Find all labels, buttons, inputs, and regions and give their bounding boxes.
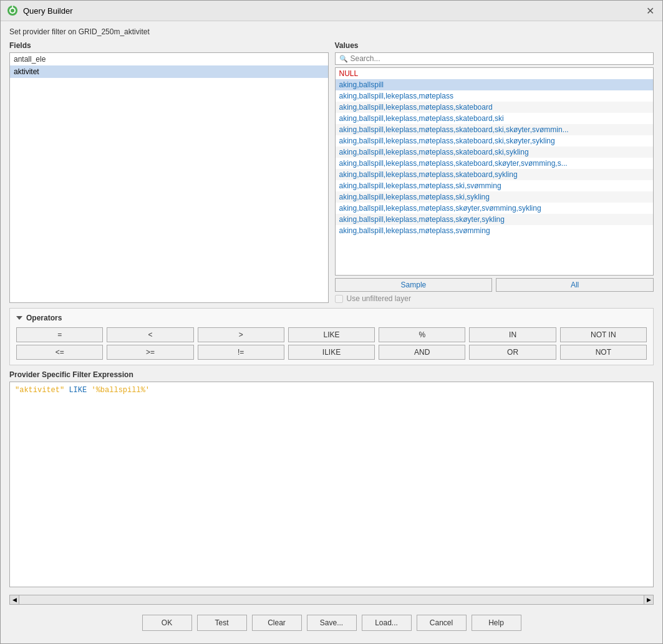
expr-value: '%ballspill%' (91, 386, 150, 395)
close-button[interactable]: ✕ (644, 4, 656, 17)
op-not[interactable]: NOT (560, 345, 647, 360)
values-list[interactable]: NULL aking,ballspill aking,ballspill,lek… (335, 67, 654, 276)
expression-section: Provider Specific Filter Expression "akt… (9, 370, 654, 587)
field-item[interactable]: antall_ele (10, 53, 328, 65)
clear-button[interactable]: Clear (252, 615, 302, 631)
h-scroll-right-arrow[interactable]: ▶ (644, 595, 654, 605)
search-icon: 🔍 (339, 55, 348, 63)
value-item[interactable]: aking,ballspill,lekeplass,møteplass,skat… (336, 158, 654, 169)
dialog-body: Set provider filter on GRID_250m_aktivit… (1, 21, 662, 643)
ok-button[interactable]: OK (142, 615, 192, 631)
op-and[interactable]: AND (379, 345, 465, 360)
query-builder-dialog: Query Builder ✕ Set provider filter on G… (0, 0, 663, 644)
value-item[interactable]: aking,ballspill,lekeplass,møteplass (336, 90, 654, 102)
test-button[interactable]: Test (197, 615, 247, 631)
value-item[interactable]: aking,ballspill,lekeplass,møteplass,skat… (336, 113, 654, 124)
value-item-null[interactable]: NULL (336, 68, 654, 79)
value-item[interactable]: aking,ballspill,lekeplass,møteplass,skøy… (336, 214, 654, 225)
expr-field: "aktivitet" (15, 386, 64, 395)
expr-keyword: LIKE (64, 386, 91, 395)
value-item[interactable]: aking,ballspill,lekeplass,møteplass,skat… (336, 124, 654, 135)
fields-panel: Fields antall_ele aktivitet (9, 41, 329, 303)
collapse-icon (16, 316, 22, 320)
operators-label: Operators (26, 314, 62, 322)
h-scrollbar: ◀ ▶ (9, 595, 654, 605)
title-bar: Query Builder ✕ (1, 1, 662, 21)
h-scroll-left-arrow[interactable]: ◀ (9, 595, 19, 605)
h-scroll-track[interactable] (19, 595, 644, 605)
op-less[interactable]: < (107, 327, 193, 342)
operators-row-1: = < > LIKE % IN NOT IN (16, 327, 647, 342)
title-bar-left: Query Builder (7, 5, 72, 16)
all-button[interactable]: All (496, 278, 654, 292)
op-in[interactable]: IN (469, 327, 556, 342)
op-gte[interactable]: >= (107, 345, 193, 360)
field-item[interactable]: aktivitet (10, 65, 328, 78)
value-item[interactable]: aking,ballspill,lekeplass,møteplass,skat… (336, 135, 654, 147)
op-or[interactable]: OR (469, 345, 556, 360)
op-equals[interactable]: = (16, 327, 103, 342)
operators-section: Operators = < > LIKE % IN NOT IN <= >= !… (9, 308, 654, 365)
expression-label: Provider Specific Filter Expression (9, 370, 654, 379)
op-greater[interactable]: > (198, 327, 284, 342)
operators-row-2: <= >= != ILIKE AND OR NOT (16, 345, 647, 360)
op-lte[interactable]: <= (16, 345, 103, 360)
app-icon (7, 5, 18, 16)
load-button[interactable]: Load... (362, 615, 412, 631)
search-input[interactable] (351, 54, 650, 63)
unfiltered-checkbox[interactable] (335, 295, 343, 303)
op-like[interactable]: LIKE (288, 327, 375, 342)
value-item[interactable]: aking,ballspill,lekeplass,møteplass,ski,… (336, 191, 654, 203)
operators-header[interactable]: Operators (16, 314, 647, 322)
top-panels: Fields antall_ele aktivitet Values 🔍 NUL… (9, 41, 654, 303)
bottom-buttons: OK Test Clear Save... Load... Cancel Hel… (9, 610, 654, 637)
values-header: Values (335, 41, 654, 50)
dialog-title: Query Builder (23, 6, 72, 16)
unfiltered-row: Use unfiltered layer (335, 294, 654, 303)
fields-header: Fields (9, 41, 329, 50)
provider-label: Set provider filter on GRID_250m_aktivit… (9, 27, 654, 36)
values-buttons: Sample All (335, 278, 654, 292)
value-item[interactable]: aking,ballspill,lekeplass,møteplass,skat… (336, 169, 654, 180)
op-ilike[interactable]: ILIKE (288, 345, 375, 360)
value-item[interactable]: aking,ballspill,lekeplass,møteplass,svøm… (336, 225, 654, 236)
value-item[interactable]: aking,ballspill,lekeplass,møteplass,skøy… (336, 203, 654, 214)
help-button[interactable]: Help (472, 615, 521, 631)
cancel-button[interactable]: Cancel (417, 615, 467, 631)
op-neq[interactable]: != (198, 345, 284, 360)
unfiltered-label: Use unfiltered layer (347, 294, 411, 303)
value-item[interactable]: aking,ballspill,lekeplass,møteplass,ski,… (336, 180, 654, 191)
op-not-in[interactable]: NOT IN (560, 327, 647, 342)
value-item[interactable]: aking,ballspill (336, 79, 654, 90)
sample-button[interactable]: Sample (335, 278, 493, 292)
search-box: 🔍 (335, 52, 654, 65)
value-item[interactable]: aking,ballspill,lekeplass,møteplass,skat… (336, 102, 654, 113)
fields-list[interactable]: antall_ele aktivitet (9, 52, 329, 303)
save-button[interactable]: Save... (307, 615, 357, 631)
operators-grid: = < > LIKE % IN NOT IN <= >= != ILIKE AN… (16, 327, 647, 360)
expression-area[interactable]: "aktivitet" LIKE '%ballspill%' (9, 382, 654, 587)
svg-point-2 (11, 9, 14, 12)
op-percent[interactable]: % (379, 327, 465, 342)
value-item[interactable]: aking,ballspill,lekeplass,møteplass,skat… (336, 147, 654, 158)
values-panel: Values 🔍 NULL aking,ballspill aking,ball… (335, 41, 654, 303)
